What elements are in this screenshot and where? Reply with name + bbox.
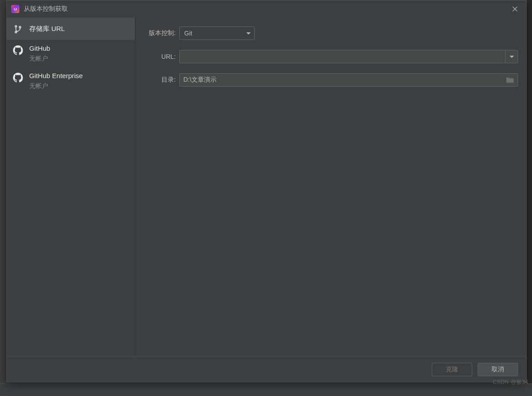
sidebar-item-sublabel: 无帐户 xyxy=(29,55,50,63)
cancel-button[interactable]: 取消 xyxy=(478,363,518,376)
vcs-select[interactable]: Git xyxy=(179,26,255,40)
dialog-footer: 克隆 取消 xyxy=(7,356,526,382)
branch-icon xyxy=(13,24,23,34)
close-icon xyxy=(512,6,518,12)
url-combo[interactable] xyxy=(179,50,518,63)
directory-input[interactable] xyxy=(183,76,506,84)
close-button[interactable] xyxy=(508,2,522,16)
ide-gutter xyxy=(0,0,6,396)
sidebar-item-sublabel: 无帐户 xyxy=(29,82,83,90)
directory-label: 目录: xyxy=(143,76,176,84)
chevron-down-icon xyxy=(246,32,251,35)
vcs-row: 版本控制: Git xyxy=(143,26,518,40)
dialog-titlebar: 从版本控制获取 xyxy=(7,0,526,18)
clone-button[interactable]: 克隆 xyxy=(432,363,472,376)
sidebar-item-github[interactable]: GitHub 无帐户 xyxy=(7,40,135,67)
url-history-toggle[interactable] xyxy=(505,50,518,63)
url-input[interactable] xyxy=(183,53,505,60)
chevron-down-icon xyxy=(510,56,514,58)
dialog-title: 从版本控制获取 xyxy=(24,5,508,13)
directory-input-wrap[interactable] xyxy=(179,73,518,87)
browse-folder-icon[interactable] xyxy=(506,76,514,84)
github-icon xyxy=(13,45,23,55)
intellij-icon xyxy=(11,5,19,13)
vcs-select-value: Git xyxy=(184,30,192,37)
url-label: URL: xyxy=(143,53,176,60)
sidebar-item-repository-url[interactable]: 存储库 URL xyxy=(7,18,135,40)
ide-editor-edge xyxy=(527,0,532,396)
sidebar-item-label: GitHub xyxy=(29,44,50,52)
vcs-label: 版本控制: xyxy=(143,29,176,37)
main-form: 版本控制: Git URL: 目录: xyxy=(135,18,526,356)
get-from-vcs-dialog: 从版本控制获取 存储库 URL GitHub 无帐户 xyxy=(6,0,527,383)
directory-row: 目录: xyxy=(143,73,518,87)
dialog-body: 存储库 URL GitHub 无帐户 GitHub Enterprise xyxy=(7,18,526,356)
github-icon xyxy=(13,73,23,83)
ide-statusbar xyxy=(0,383,532,396)
sidebar-item-label: GitHub Enterprise xyxy=(29,72,83,79)
sidebar-item-github-enterprise[interactable]: GitHub Enterprise 无帐户 xyxy=(7,67,135,95)
sidebar-item-label: 存储库 URL xyxy=(29,25,65,33)
vcs-source-sidebar: 存储库 URL GitHub 无帐户 GitHub Enterprise xyxy=(7,18,135,356)
url-row: URL: xyxy=(143,50,518,63)
